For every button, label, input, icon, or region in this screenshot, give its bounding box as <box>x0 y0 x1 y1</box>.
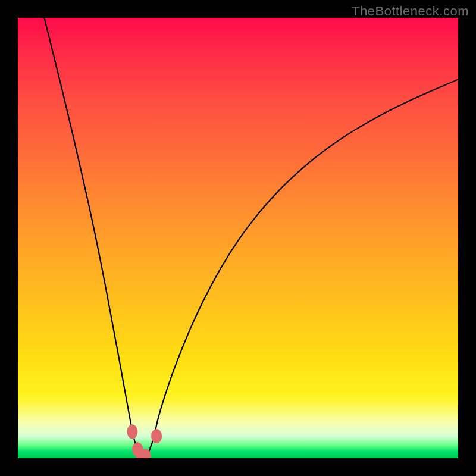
plot-area <box>18 18 458 458</box>
bottleneck-curve-layer <box>18 18 458 458</box>
watermark-text: TheBottleneck.com <box>352 4 469 19</box>
curve-markers <box>127 425 162 458</box>
bottleneck-curve <box>44 18 458 458</box>
curve-marker <box>127 425 137 439</box>
chart-frame: TheBottleneck.com <box>0 0 476 476</box>
curve-marker <box>151 429 162 443</box>
